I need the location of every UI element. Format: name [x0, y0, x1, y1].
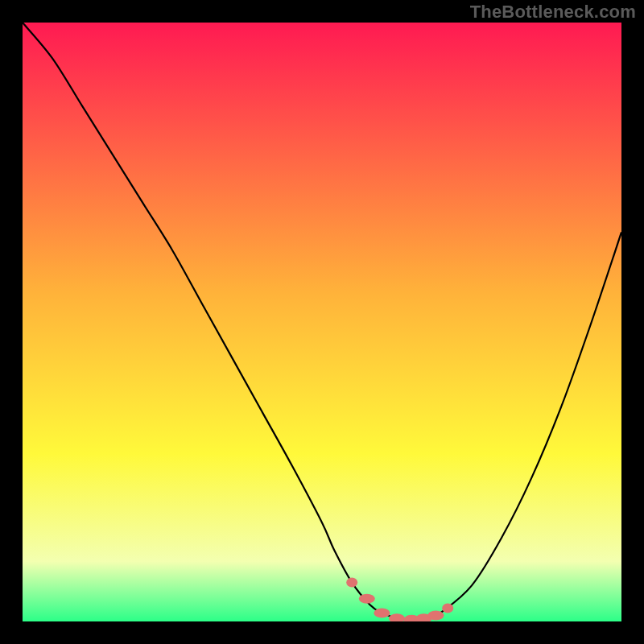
- marker-point: [442, 604, 453, 613]
- watermark-text: TheBottleneck.com: [470, 2, 636, 23]
- marker-point: [359, 594, 375, 604]
- chart-frame: TheBottleneck.com: [0, 0, 644, 644]
- bottleneck-plot: [23, 23, 621, 621]
- marker-point: [346, 578, 357, 588]
- marker-point: [427, 611, 444, 621]
- marker-point: [374, 609, 390, 618]
- gradient-background: [23, 23, 621, 621]
